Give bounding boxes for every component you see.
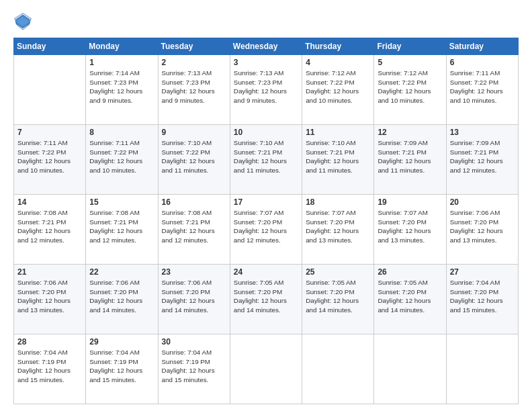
weekday-header-saturday: Saturday (446, 38, 518, 55)
day-number: 14 (17, 197, 82, 207)
weekday-header-sunday: Sunday (14, 38, 86, 55)
day-cell-30: 30 Sunrise: 7:04 AM Sunset: 7:19 PM Dayl… (158, 334, 230, 404)
day-info: Sunrise: 7:10 AM Sunset: 7:21 PM Dayligh… (306, 138, 370, 175)
logo (13, 12, 35, 31)
day-info: Sunrise: 7:06 AM Sunset: 7:20 PM Dayligh… (17, 278, 82, 315)
day-cell-17: 17 Sunrise: 7:07 AM Sunset: 7:20 PM Dayl… (230, 195, 302, 265)
day-info: Sunrise: 7:08 AM Sunset: 7:21 PM Dayligh… (162, 208, 226, 245)
day-number: 26 (378, 267, 442, 277)
empty-cell (14, 55, 86, 125)
day-cell-12: 12 Sunrise: 7:09 AM Sunset: 7:21 PM Dayl… (374, 125, 446, 195)
day-number: 21 (17, 267, 82, 277)
day-cell-16: 16 Sunrise: 7:08 AM Sunset: 7:21 PM Dayl… (158, 195, 230, 265)
day-cell-28: 28 Sunrise: 7:04 AM Sunset: 7:19 PM Dayl… (14, 334, 86, 404)
day-cell-25: 25 Sunrise: 7:05 AM Sunset: 7:20 PM Dayl… (302, 265, 374, 334)
day-cell-14: 14 Sunrise: 7:08 AM Sunset: 7:21 PM Dayl… (14, 195, 86, 265)
day-number: 24 (234, 267, 298, 277)
day-info: Sunrise: 7:09 AM Sunset: 7:21 PM Dayligh… (378, 138, 442, 175)
day-info: Sunrise: 7:05 AM Sunset: 7:20 PM Dayligh… (234, 278, 298, 315)
weekday-header-row: SundayMondayTuesdayWednesdayThursdayFrid… (14, 38, 519, 55)
day-cell-3: 3 Sunrise: 7:13 AM Sunset: 7:23 PM Dayli… (230, 55, 302, 125)
day-cell-10: 10 Sunrise: 7:10 AM Sunset: 7:21 PM Dayl… (230, 125, 302, 195)
day-number: 28 (17, 337, 82, 347)
day-number: 18 (306, 197, 370, 207)
day-info: Sunrise: 7:13 AM Sunset: 7:23 PM Dayligh… (234, 68, 298, 105)
day-cell-4: 4 Sunrise: 7:12 AM Sunset: 7:22 PM Dayli… (302, 55, 374, 125)
day-cell-27: 27 Sunrise: 7:04 AM Sunset: 7:20 PM Dayl… (446, 265, 518, 334)
day-number: 22 (89, 267, 154, 277)
day-cell-22: 22 Sunrise: 7:06 AM Sunset: 7:20 PM Dayl… (86, 265, 158, 334)
day-info: Sunrise: 7:12 AM Sunset: 7:22 PM Dayligh… (378, 68, 442, 105)
day-number: 12 (378, 128, 442, 137)
day-number: 3 (234, 58, 298, 67)
day-number: 8 (89, 128, 154, 137)
day-info: Sunrise: 7:08 AM Sunset: 7:21 PM Dayligh… (17, 208, 82, 245)
day-info: Sunrise: 7:07 AM Sunset: 7:20 PM Dayligh… (306, 208, 370, 245)
day-number: 16 (162, 197, 226, 207)
day-cell-6: 6 Sunrise: 7:11 AM Sunset: 7:22 PM Dayli… (446, 55, 518, 125)
day-cell-21: 21 Sunrise: 7:06 AM Sunset: 7:20 PM Dayl… (14, 265, 86, 334)
day-info: Sunrise: 7:05 AM Sunset: 7:20 PM Dayligh… (378, 278, 442, 315)
week-row-2: 7 Sunrise: 7:11 AM Sunset: 7:22 PM Dayli… (14, 125, 519, 195)
day-number: 4 (306, 58, 370, 67)
day-info: Sunrise: 7:10 AM Sunset: 7:22 PM Dayligh… (162, 138, 226, 175)
day-info: Sunrise: 7:07 AM Sunset: 7:20 PM Dayligh… (378, 208, 442, 245)
day-number: 23 (162, 267, 226, 277)
week-row-3: 14 Sunrise: 7:08 AM Sunset: 7:21 PM Dayl… (14, 195, 519, 265)
day-number: 27 (450, 267, 515, 277)
day-info: Sunrise: 7:04 AM Sunset: 7:20 PM Dayligh… (450, 278, 515, 315)
day-cell-19: 19 Sunrise: 7:07 AM Sunset: 7:20 PM Dayl… (374, 195, 446, 265)
day-number: 15 (89, 197, 154, 207)
day-number: 13 (450, 128, 515, 137)
header (13, 12, 519, 31)
day-info: Sunrise: 7:07 AM Sunset: 7:20 PM Dayligh… (234, 208, 298, 245)
weekday-header-friday: Friday (374, 38, 446, 55)
page: SundayMondayTuesdayWednesdayThursdayFrid… (0, 0, 532, 411)
weekday-header-wednesday: Wednesday (230, 38, 302, 55)
weekday-header-tuesday: Tuesday (158, 38, 230, 55)
day-cell-8: 8 Sunrise: 7:11 AM Sunset: 7:22 PM Dayli… (86, 125, 158, 195)
weekday-header-monday: Monday (86, 38, 158, 55)
week-row-1: 1 Sunrise: 7:14 AM Sunset: 7:23 PM Dayli… (14, 55, 519, 125)
day-info: Sunrise: 7:10 AM Sunset: 7:21 PM Dayligh… (234, 138, 298, 175)
day-cell-24: 24 Sunrise: 7:05 AM Sunset: 7:20 PM Dayl… (230, 265, 302, 334)
day-info: Sunrise: 7:14 AM Sunset: 7:23 PM Dayligh… (89, 68, 154, 105)
day-info: Sunrise: 7:06 AM Sunset: 7:20 PM Dayligh… (89, 278, 154, 315)
day-info: Sunrise: 7:04 AM Sunset: 7:19 PM Dayligh… (162, 348, 226, 385)
day-info: Sunrise: 7:11 AM Sunset: 7:22 PM Dayligh… (17, 138, 82, 175)
day-cell-5: 5 Sunrise: 7:12 AM Sunset: 7:22 PM Dayli… (374, 55, 446, 125)
day-info: Sunrise: 7:05 AM Sunset: 7:20 PM Dayligh… (306, 278, 370, 315)
day-cell-26: 26 Sunrise: 7:05 AM Sunset: 7:20 PM Dayl… (374, 265, 446, 334)
day-info: Sunrise: 7:04 AM Sunset: 7:19 PM Dayligh… (17, 348, 82, 385)
empty-cell (230, 334, 302, 404)
empty-cell (302, 334, 374, 404)
day-cell-13: 13 Sunrise: 7:09 AM Sunset: 7:21 PM Dayl… (446, 125, 518, 195)
day-cell-2: 2 Sunrise: 7:13 AM Sunset: 7:23 PM Dayli… (158, 55, 230, 125)
day-number: 29 (89, 337, 154, 347)
day-cell-15: 15 Sunrise: 7:08 AM Sunset: 7:21 PM Dayl… (86, 195, 158, 265)
day-number: 9 (162, 128, 226, 137)
day-cell-20: 20 Sunrise: 7:06 AM Sunset: 7:20 PM Dayl… (446, 195, 518, 265)
day-cell-23: 23 Sunrise: 7:06 AM Sunset: 7:20 PM Dayl… (158, 265, 230, 334)
day-cell-18: 18 Sunrise: 7:07 AM Sunset: 7:20 PM Dayl… (302, 195, 374, 265)
day-cell-7: 7 Sunrise: 7:11 AM Sunset: 7:22 PM Dayli… (14, 125, 86, 195)
day-info: Sunrise: 7:12 AM Sunset: 7:22 PM Dayligh… (306, 68, 370, 105)
day-info: Sunrise: 7:06 AM Sunset: 7:20 PM Dayligh… (162, 278, 226, 315)
day-info: Sunrise: 7:09 AM Sunset: 7:21 PM Dayligh… (450, 138, 515, 175)
weekday-header-thursday: Thursday (302, 38, 374, 55)
day-number: 25 (306, 267, 370, 277)
day-number: 30 (162, 337, 226, 347)
day-number: 10 (234, 128, 298, 137)
day-info: Sunrise: 7:13 AM Sunset: 7:23 PM Dayligh… (162, 68, 226, 105)
day-number: 5 (378, 58, 442, 67)
empty-cell (446, 334, 518, 404)
week-row-5: 28 Sunrise: 7:04 AM Sunset: 7:19 PM Dayl… (14, 334, 519, 404)
day-number: 19 (378, 197, 442, 207)
day-cell-1: 1 Sunrise: 7:14 AM Sunset: 7:23 PM Dayli… (86, 55, 158, 125)
day-cell-9: 9 Sunrise: 7:10 AM Sunset: 7:22 PM Dayli… (158, 125, 230, 195)
empty-cell (374, 334, 446, 404)
day-cell-29: 29 Sunrise: 7:04 AM Sunset: 7:19 PM Dayl… (86, 334, 158, 404)
day-info: Sunrise: 7:06 AM Sunset: 7:20 PM Dayligh… (450, 208, 515, 245)
calendar-table: SundayMondayTuesdayWednesdayThursdayFrid… (13, 38, 519, 404)
day-number: 17 (234, 197, 298, 207)
